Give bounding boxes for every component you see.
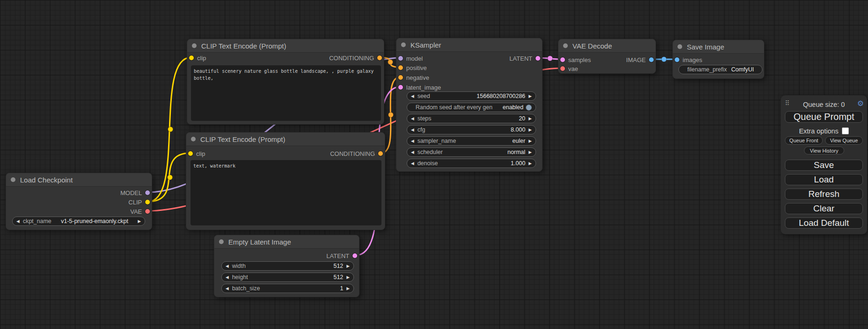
load-default-button[interactable]: Load Default [785, 217, 863, 229]
widget-width[interactable]: width 512 [221, 261, 354, 271]
port-dot-vae-icon[interactable] [560, 66, 565, 71]
node-empty-latent-image[interactable]: Empty Latent Image LATENT width 512 heig… [214, 235, 360, 297]
collapse-toggle-icon[interactable] [401, 42, 406, 47]
node-clip-text-encode-positive[interactable]: CLIP Text Encode (Prompt) clip CONDITION… [187, 39, 384, 125]
widget-sampler-name[interactable]: sampler_name euler [407, 136, 536, 146]
port-dot-latent-icon[interactable] [560, 57, 565, 62]
increment-arrow-icon[interactable] [529, 128, 532, 132]
port-dot-conditioning-icon[interactable] [377, 56, 382, 60]
decrement-arrow-icon[interactable] [411, 128, 414, 132]
increment-arrow-icon[interactable] [346, 275, 350, 280]
output-port-conditioning[interactable]: CONDITIONING [329, 53, 382, 63]
clear-button[interactable]: Clear [785, 203, 863, 214]
collapse-toggle-icon[interactable] [563, 43, 568, 48]
prompt-textarea[interactable]: beautiful scenery nature glass bottle la… [191, 65, 381, 121]
refresh-button[interactable]: Refresh [785, 189, 863, 200]
input-port-clip[interactable]: clip [188, 149, 205, 158]
port-dot-clip-icon[interactable] [189, 56, 194, 60]
widget-steps[interactable]: steps 20 [407, 114, 536, 123]
widget-cfg[interactable]: cfg 8.000 [407, 125, 536, 134]
node-ksampler[interactable]: KSampler model positive negative latent_… [396, 38, 543, 172]
widget-filename-prefix[interactable]: filename_prefix ComfyUI [678, 65, 762, 74]
decrement-arrow-icon[interactable] [226, 275, 229, 280]
node-vae-decode[interactable]: VAE Decode samples vae IMAGE [558, 39, 656, 74]
node-titlebar[interactable]: CLIP Text Encode (Prompt) [187, 39, 384, 53]
toggle-knob-icon[interactable] [526, 105, 532, 111]
decrement-arrow-icon[interactable] [411, 161, 414, 166]
output-port-latent[interactable]: LATENT [509, 54, 540, 63]
node-titlebar[interactable]: CLIP Text Encode (Prompt) [186, 133, 385, 146]
port-dot-model-icon[interactable] [398, 56, 403, 61]
collapse-toggle-icon[interactable] [192, 43, 197, 48]
input-port-samples[interactable]: samples [560, 55, 591, 64]
node-save-image[interactable]: Save Image images filename_prefix ComfyU… [672, 40, 764, 79]
increment-arrow-icon[interactable] [138, 219, 141, 224]
port-dot-latent-icon[interactable] [353, 253, 357, 258]
save-button[interactable]: Save [785, 160, 863, 171]
output-port-model[interactable]: MODEL [120, 188, 150, 197]
queue-prompt-button[interactable]: Queue Prompt [785, 111, 863, 123]
output-port-vae[interactable]: VAE [130, 207, 150, 216]
widget-scheduler[interactable]: scheduler normal [407, 147, 536, 157]
collapse-toggle-icon[interactable] [219, 239, 224, 244]
output-port-clip[interactable]: CLIP [128, 197, 150, 207]
node-titlebar[interactable]: Empty Latent Image [214, 235, 359, 249]
input-port-clip[interactable]: clip [189, 53, 206, 63]
extra-options-checkbox[interactable] [842, 127, 849, 134]
load-button[interactable]: Load [785, 174, 863, 185]
port-dot-image-icon[interactable] [675, 57, 679, 62]
output-port-latent[interactable]: LATENT [326, 251, 357, 260]
increment-arrow-icon[interactable] [529, 117, 532, 121]
input-port-negative[interactable]: negative [398, 73, 429, 82]
queue-front-button[interactable]: Queue Front [785, 136, 823, 145]
node-load-checkpoint[interactable]: Load Checkpoint MODEL CLIP VAE ckpt_name… [6, 173, 152, 230]
input-port-images[interactable]: images [675, 55, 702, 64]
increment-arrow-icon[interactable] [529, 94, 532, 98]
port-dot-latent-icon[interactable] [398, 85, 403, 90]
port-dot-clip-icon[interactable] [188, 151, 193, 156]
increment-arrow-icon[interactable] [346, 264, 350, 268]
input-port-model[interactable]: model [398, 54, 423, 63]
decrement-arrow-icon[interactable] [411, 94, 414, 98]
widget-height[interactable]: height 512 [221, 273, 354, 282]
increment-arrow-icon[interactable] [529, 161, 532, 166]
port-dot-conditioning-icon[interactable] [398, 65, 403, 70]
node-clip-text-encode-negative[interactable]: CLIP Text Encode (Prompt) clip CONDITION… [186, 132, 385, 230]
increment-arrow-icon[interactable] [346, 287, 350, 291]
node-titlebar[interactable]: Save Image [673, 40, 764, 54]
port-dot-conditioning-icon[interactable] [398, 75, 403, 80]
increment-arrow-icon[interactable] [529, 150, 532, 154]
decrement-arrow-icon[interactable] [16, 219, 20, 224]
decrement-arrow-icon[interactable] [226, 264, 229, 268]
decrement-arrow-icon[interactable] [226, 287, 229, 291]
port-dot-vae-icon[interactable] [145, 209, 150, 214]
widget-ckpt-name[interactable]: ckpt_name v1-5-pruned-emaonly.ckpt [12, 217, 145, 226]
view-history-button[interactable]: View History [804, 147, 844, 154]
prompt-textarea[interactable]: text, watermark [191, 160, 381, 225]
port-dot-conditioning-icon[interactable] [378, 151, 383, 156]
widget-seed[interactable]: seed 156680208700286 [407, 91, 536, 101]
increment-arrow-icon[interactable] [529, 139, 532, 143]
node-titlebar[interactable]: Load Checkpoint [6, 173, 152, 187]
decrement-arrow-icon[interactable] [411, 139, 414, 143]
input-port-positive[interactable]: positive [398, 63, 427, 72]
port-dot-clip-icon[interactable] [145, 200, 150, 204]
decrement-arrow-icon[interactable] [411, 150, 414, 154]
gear-icon[interactable]: ⚙ [857, 99, 864, 108]
port-dot-image-icon[interactable] [649, 57, 654, 62]
port-dot-model-icon[interactable] [145, 190, 150, 195]
widget-batch-size[interactable]: batch_size 1 [221, 284, 354, 293]
node-titlebar[interactable]: VAE Decode [558, 39, 656, 53]
output-port-image[interactable]: IMAGE [626, 55, 654, 64]
widget-denoise[interactable]: denoise 1.000 [407, 159, 536, 168]
input-port-vae[interactable]: vae [560, 64, 578, 73]
widget-random-seed-toggle[interactable]: Random seed after every gen enabled [407, 103, 536, 112]
node-titlebar[interactable]: KSampler [396, 38, 542, 52]
collapse-toggle-icon[interactable] [677, 44, 682, 49]
collapse-toggle-icon[interactable] [11, 177, 15, 182]
input-port-latent-image[interactable]: latent_image [398, 83, 441, 92]
decrement-arrow-icon[interactable] [411, 117, 414, 121]
collapse-toggle-icon[interactable] [191, 137, 196, 141]
view-queue-button[interactable]: View Queue [825, 136, 863, 145]
port-dot-latent-icon[interactable] [536, 56, 540, 61]
